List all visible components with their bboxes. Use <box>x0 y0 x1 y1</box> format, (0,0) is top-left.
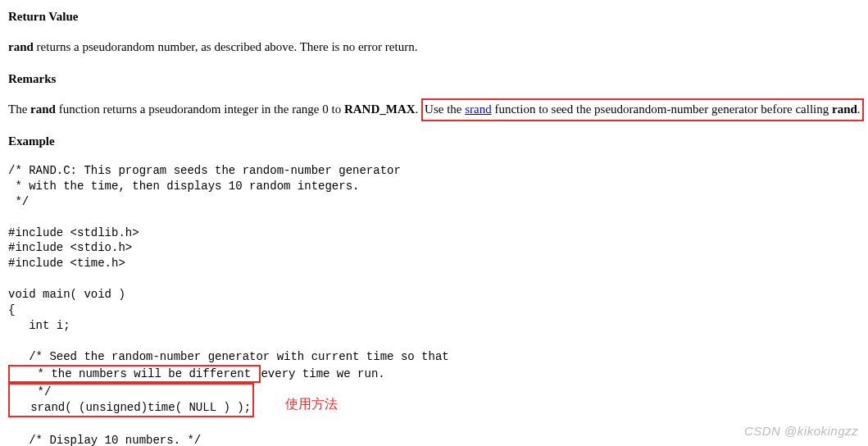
code-line: */ <box>8 195 29 208</box>
remarks-para: The rand function returns a pseudorandom… <box>8 101 860 118</box>
return-value-text: returns a pseudorandom number, as descri… <box>34 40 418 53</box>
code-line: /* Seed the random-number generator with… <box>8 350 449 363</box>
code-line: /* RAND.C: This program seeds the random… <box>8 164 401 177</box>
code-line: void main( void ) <box>8 288 125 301</box>
code-line: #include <stdlib.h> <box>8 226 139 239</box>
srand-code-highlight: */ srand( (unsigned)time( NULL ) ); <box>8 383 254 417</box>
srand-code-highlight: * the numbers will be different <box>8 365 261 384</box>
rand-max-keyword: RAND_MAX <box>344 102 416 116</box>
code-block: /* RAND.C: This program seeds the random… <box>8 163 860 446</box>
box-pre: Use the <box>425 102 465 116</box>
remarks-text-3: . <box>416 102 422 116</box>
code-line: every time we run. <box>261 367 384 380</box>
code-line: #include <time.h> <box>8 257 125 270</box>
usage-annotation: 使用方法 <box>285 395 338 413</box>
example-heading: Example <box>8 133 860 150</box>
box-mid: function to seed the pseudorandom-number… <box>492 102 832 116</box>
rand-keyword-2: rand <box>30 102 56 116</box>
code-line: /* Display 10 numbers. */ <box>8 434 201 446</box>
code-line: srand( (unsigned)time( NULL ) ); <box>10 401 251 414</box>
code-line: */ <box>10 385 51 398</box>
return-value-heading: Return Value <box>8 8 860 25</box>
code-line: * the numbers will be different <box>10 367 257 380</box>
code-line: * with the time, then displays 10 random… <box>8 180 359 193</box>
remarks-heading: Remarks <box>8 71 860 88</box>
code-line: int i; <box>8 319 70 332</box>
remarks-text-1: The <box>8 102 30 116</box>
return-value-para: rand returns a pseudorandom number, as d… <box>8 39 860 56</box>
remarks-text-2: function returns a pseudorandom integer … <box>56 102 344 116</box>
box-end: . <box>857 102 861 116</box>
code-line: { <box>8 303 15 316</box>
rand-keyword: rand <box>8 40 34 53</box>
srand-highlight-box: Use the srand function to seed the pseud… <box>421 98 864 121</box>
rand-keyword-3: rand <box>832 102 857 116</box>
srand-link[interactable]: srand <box>465 102 492 116</box>
code-line: #include <stdio.h> <box>8 241 132 254</box>
